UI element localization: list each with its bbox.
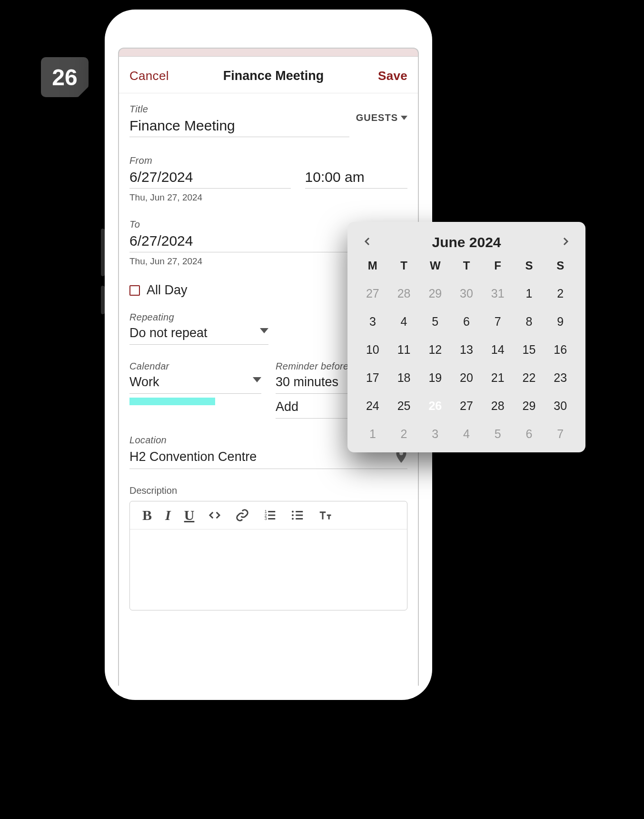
page-title: Finance Meeting — [223, 69, 324, 83]
phone-side-button — [101, 286, 105, 314]
calendar-day[interactable]: 7 — [482, 312, 514, 331]
editor-toolbar: B I U 123 — [130, 501, 407, 529]
calendar-day[interactable]: 5 — [419, 312, 451, 331]
date-picker-popup: June 2024 MTWTFSS27282930311234567891011… — [347, 222, 585, 452]
calendar-day[interactable]: 10 — [357, 340, 388, 360]
calendar-day[interactable]: 29 — [419, 284, 451, 303]
text-size-icon[interactable] — [318, 508, 332, 522]
chevron-down-icon — [401, 116, 407, 120]
calendar-day[interactable]: 2 — [388, 424, 420, 444]
calendar-day[interactable]: 28 — [482, 396, 514, 416]
calendar-dow: T — [451, 259, 482, 275]
chevron-down-icon — [253, 377, 261, 382]
calendar-day[interactable]: 19 — [419, 368, 451, 388]
calendar-dow: S — [514, 259, 545, 275]
save-button[interactable]: Save — [378, 69, 407, 83]
calendar-day[interactable]: 13 — [451, 340, 482, 360]
calendar-day[interactable]: 31 — [482, 284, 514, 303]
calendar-day[interactable]: 14 — [482, 340, 514, 360]
repeating-value: Do not repeat — [129, 326, 208, 340]
calendar-day[interactable]: 3 — [419, 424, 451, 444]
calendar-grid: MTWTFSS272829303112345678910111213141516… — [357, 259, 576, 444]
next-month-button[interactable] — [560, 236, 571, 249]
badge-day: 26 — [52, 64, 77, 90]
calendar-day[interactable]: 25 — [388, 396, 420, 416]
calendar-day[interactable]: 7 — [545, 424, 576, 444]
calendar-day[interactable]: 26 — [419, 396, 451, 416]
prev-month-button[interactable] — [362, 236, 373, 249]
calendar-label: Calendar — [129, 361, 261, 372]
all-day-checkbox[interactable] — [129, 285, 140, 296]
calendar-dow: M — [357, 259, 388, 275]
ordered-list-icon[interactable]: 123 — [263, 508, 277, 522]
repeating-label: Repeating — [129, 312, 268, 323]
calendar-day[interactable]: 2 — [545, 284, 576, 303]
all-day-label: All Day — [147, 283, 188, 298]
code-icon[interactable] — [208, 508, 222, 522]
calendar-dow: W — [419, 259, 451, 275]
app-date-badge: 26 — [41, 57, 89, 97]
calendar-month-label[interactable]: June 2024 — [432, 234, 501, 250]
calendar-value: Work — [129, 375, 159, 390]
calendar-select[interactable]: Work — [129, 375, 261, 394]
from-label: From — [129, 155, 407, 166]
calendar-day[interactable]: 15 — [514, 340, 545, 360]
from-time-input[interactable]: 10:00 am — [305, 169, 407, 189]
phone-side-button — [101, 229, 105, 276]
guests-button[interactable]: GUESTS — [356, 104, 407, 123]
calendar-day[interactable]: 21 — [482, 368, 514, 388]
calendar-day[interactable]: 11 — [388, 340, 420, 360]
calendar-day[interactable]: 28 — [388, 284, 420, 303]
calendar-day[interactable]: 20 — [451, 368, 482, 388]
calendar-day[interactable]: 4 — [451, 424, 482, 444]
event-editor-header: Cancel Finance Meeting Save — [119, 56, 418, 93]
calendar-day[interactable]: 1 — [514, 284, 545, 303]
calendar-day[interactable]: 18 — [388, 368, 420, 388]
title-label: Title — [129, 104, 349, 115]
calendar-day[interactable]: 3 — [357, 312, 388, 331]
calendar-day[interactable]: 27 — [357, 284, 388, 303]
calendar-day[interactable]: 6 — [451, 312, 482, 331]
calendar-day[interactable]: 5 — [482, 424, 514, 444]
bold-icon[interactable]: B — [142, 508, 152, 522]
calendar-day[interactable]: 4 — [388, 312, 420, 331]
svg-point-11 — [292, 518, 294, 520]
calendar-color-swatch — [129, 398, 215, 405]
calendar-dow: T — [388, 259, 420, 275]
unordered-list-icon[interactable] — [290, 508, 305, 522]
calendar-dow: S — [545, 259, 576, 275]
calendar-day[interactable]: 9 — [545, 312, 576, 331]
link-icon[interactable] — [235, 508, 249, 522]
calendar-day[interactable]: 27 — [451, 396, 482, 416]
calendar-day[interactable]: 22 — [514, 368, 545, 388]
italic-icon[interactable]: I — [165, 508, 171, 522]
calendar-day[interactable]: 30 — [451, 284, 482, 303]
calendar-dow: F — [482, 259, 514, 275]
svg-point-10 — [292, 514, 294, 516]
chevron-down-icon — [260, 328, 268, 333]
calendar-day[interactable]: 29 — [514, 396, 545, 416]
from-date-input[interactable]: 6/27/2024 — [129, 169, 291, 189]
calendar-day[interactable]: 6 — [514, 424, 545, 444]
calendar-day[interactable]: 16 — [545, 340, 576, 360]
description-label: Description — [129, 485, 407, 496]
title-input[interactable]: Finance Meeting — [129, 118, 349, 137]
calendar-day[interactable]: 1 — [357, 424, 388, 444]
calendar-day[interactable]: 12 — [419, 340, 451, 360]
guests-label: GUESTS — [356, 112, 398, 123]
cancel-button[interactable]: Cancel — [129, 69, 169, 83]
description-editor[interactable]: B I U 123 — [129, 501, 407, 610]
svg-point-9 — [292, 511, 294, 513]
calendar-day[interactable]: 23 — [545, 368, 576, 388]
from-date-hint: Thu, Jun 27, 2024 — [129, 192, 407, 203]
svg-text:3: 3 — [265, 516, 267, 521]
calendar-day[interactable]: 30 — [545, 396, 576, 416]
calendar-day[interactable]: 8 — [514, 312, 545, 331]
location-input[interactable]: H2 Convention Centre — [129, 449, 257, 464]
calendar-day[interactable]: 17 — [357, 368, 388, 388]
underline-icon[interactable]: U — [184, 508, 195, 522]
repeating-select[interactable]: Do not repeat — [129, 326, 268, 345]
reminder-value: 30 minutes — [276, 375, 338, 390]
calendar-day[interactable]: 24 — [357, 396, 388, 416]
